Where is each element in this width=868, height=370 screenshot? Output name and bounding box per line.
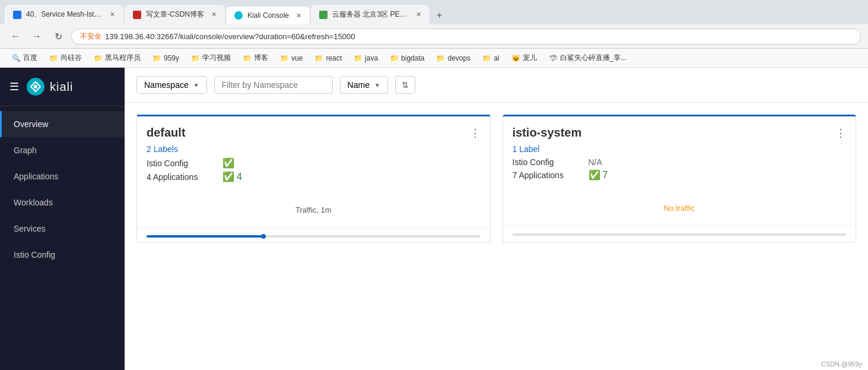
bookmark-folder-icon: 📁 — [191, 54, 200, 62]
forward-button[interactable]: → — [28, 28, 45, 45]
bookmark-folder-icon: 📁 — [152, 54, 161, 62]
tab-close-3[interactable]: ✕ — [296, 12, 301, 20]
reload-button[interactable]: ↻ — [50, 28, 66, 45]
bookmark-label: vue — [291, 54, 303, 62]
sidebar-item-graph[interactable]: Graph — [0, 137, 125, 163]
progress-bar-default — [147, 235, 481, 238]
sidebar-item-overview[interactable]: Overview — [0, 111, 125, 137]
tab-1[interactable]: 40、Service Mesh-Istio 安装 ✕ — [5, 5, 123, 24]
app-layout: ☰ kiali Overview Graph Applications — [0, 68, 868, 370]
bookmark-vue[interactable]: 📁 vue — [275, 52, 307, 64]
bookmark-shanggugu[interactable]: 📁 尚硅谷 — [44, 51, 87, 65]
sidebar-item-workloads[interactable]: Workloads — [0, 189, 125, 216]
bookmark-label: 959y — [164, 54, 179, 62]
no-traffic-text-istio-system: No traffic — [664, 204, 695, 213]
namespace-dropdown-label: Namespace — [144, 80, 189, 90]
browser-chrome: 40、Service Mesh-Istio 安装 ✕ 写文章-CSDN博客 ✕ … — [0, 0, 868, 68]
card-header-istio-system: istio-system ⋮ — [503, 116, 856, 144]
sort-dropdown[interactable]: Name ▼ — [340, 76, 388, 94]
istio-config-status-default: ✅ — [222, 157, 234, 169]
card-title-default: default — [147, 126, 186, 140]
tab-close-4[interactable]: ✕ — [416, 11, 421, 18]
bookmark-959y[interactable]: 📁 959y — [148, 52, 184, 64]
bookmark-bigdata[interactable]: 📁 bigdata — [385, 52, 429, 64]
sidebar-item-applications[interactable]: Applications — [0, 163, 125, 189]
bookmark-react[interactable]: 📁 react — [310, 52, 346, 64]
labels-link-default[interactable]: 2 Labels — [147, 144, 481, 154]
tab-3[interactable]: Kiali Console ✕ — [226, 7, 310, 24]
app-count-value-istio-system: 7 — [603, 170, 608, 181]
tab-label-1: 40、Service Mesh-Istio 安装 — [26, 10, 103, 20]
bookmark-heima[interactable]: 📁 黑马程序员 — [89, 51, 145, 65]
applications-label-default: 4 Applications — [147, 172, 218, 182]
bookmark-pet[interactable]: 😺 宠儿 — [507, 51, 542, 65]
sort-arrow-icon: ▼ — [374, 82, 380, 88]
sort-direction-button[interactable]: ⇅ — [395, 76, 415, 94]
tab-close-2[interactable]: ✕ — [211, 11, 217, 18]
new-tab-button[interactable]: + — [431, 7, 448, 24]
sidebar-item-istio-config[interactable]: Istio Config — [0, 242, 125, 268]
tab-4[interactable]: 云服务器 北京3区 PEK3 青云C... ✕ — [311, 5, 430, 24]
bookmark-baidu[interactable]: 🔍 百度 — [7, 51, 42, 65]
card-footer-default — [137, 227, 490, 242]
tab-favicon-1 — [13, 11, 21, 19]
sidebar-item-services[interactable]: Services — [0, 216, 125, 242]
progress-dot-default — [261, 234, 266, 239]
card-body-istio-system: 1 Label Istio Config N/A 7 Applications … — [503, 144, 856, 190]
sidebar-header: ☰ kiali — [0, 68, 125, 106]
bookmark-ai[interactable]: 📁 ai — [478, 52, 504, 64]
traffic-area-default: Traffic, 1m — [137, 192, 490, 227]
sidebar-label-istio-config: Istio Config — [14, 250, 55, 260]
hamburger-menu-button[interactable]: ☰ — [9, 80, 19, 93]
bookmark-blog[interactable]: 📁 博客 — [238, 51, 273, 65]
url-text: 139.198.36.40:32667/kiali/console/overvi… — [105, 32, 355, 41]
istio-config-row-default: Istio Config ✅ — [147, 157, 481, 169]
tab-close-1[interactable]: ✕ — [110, 11, 115, 18]
bookmark-emoji-icon: 🦈 — [549, 54, 558, 62]
bookmark-label: 学习视频 — [202, 53, 231, 63]
bookmark-stream[interactable]: 🦈 白鲨失心碎直播_享... — [544, 51, 632, 65]
bookmark-java[interactable]: 📁 java — [349, 52, 383, 64]
sort-dropdown-label: Name — [348, 80, 370, 90]
namespace-card-default: default ⋮ 2 Labels Istio Config ✅ 4 Appl… — [136, 115, 491, 243]
bookmark-folder-icon: 📁 — [243, 54, 252, 62]
sort-direction-icon: ⇅ — [402, 80, 409, 90]
bookmark-videos[interactable]: 📁 学习视频 — [186, 51, 236, 65]
bookmarks-bar: 🔍 百度 📁 尚硅谷 📁 黑马程序员 📁 959y 📁 学习视频 📁 博客 📁 … — [0, 49, 868, 68]
bookmark-folder-icon: 📁 — [436, 54, 445, 62]
istio-config-label-istio-system: Istio Config — [513, 157, 584, 167]
sidebar-label-overview: Overview — [14, 119, 48, 129]
browser-nav: ← → ↻ 不安全 139.198.36.40:32667/kiali/cons… — [0, 24, 868, 49]
security-icon: 不安全 — [80, 31, 101, 42]
card-body-default: 2 Labels Istio Config ✅ 4 Applications ✅… — [137, 144, 490, 192]
namespace-dropdown[interactable]: Namespace ▼ — [136, 76, 207, 94]
bookmark-label: java — [365, 54, 378, 62]
tab-favicon-4 — [319, 11, 328, 19]
traffic-area-istio-system: No traffic — [503, 190, 856, 226]
svg-point-1 — [34, 85, 37, 88]
sidebar-label-applications: Applications — [14, 172, 59, 181]
applications-count-default: ✅ 4 — [222, 171, 242, 182]
bookmark-folder-icon: 📁 — [49, 54, 58, 62]
sidebar: ☰ kiali Overview Graph Applications — [0, 68, 125, 370]
tab-favicon-2 — [133, 11, 141, 19]
bookmark-devops[interactable]: 📁 devops — [431, 52, 475, 64]
tab-label-2: 写文章-CSDN博客 — [146, 10, 204, 20]
card-menu-button-default[interactable]: ⋮ — [470, 127, 481, 140]
footer-text: CSDN @959y — [821, 360, 862, 368]
progress-fill-default — [147, 235, 263, 238]
namespace-filter-input[interactable] — [214, 76, 333, 94]
tab-2[interactable]: 写文章-CSDN博客 ✕ — [125, 5, 225, 24]
bookmark-folder-icon: 📁 — [314, 54, 323, 62]
bookmark-folder-icon: 📁 — [482, 54, 491, 62]
istio-config-label-default: Istio Config — [147, 159, 218, 168]
back-button[interactable]: ← — [7, 28, 24, 45]
bookmark-label: ai — [494, 54, 499, 62]
card-menu-button-istio-system[interactable]: ⋮ — [835, 127, 846, 140]
namespace-card-istio-system: istio-system ⋮ 1 Label Istio Config N/A … — [503, 115, 857, 243]
labels-link-istio-system[interactable]: 1 Label — [513, 144, 847, 154]
kiali-icon-svg — [26, 77, 45, 96]
bookmark-label: 白鲨失心碎直播_享... — [560, 53, 627, 63]
address-bar[interactable]: 不安全 139.198.36.40:32667/kiali/console/ov… — [71, 29, 861, 45]
tab-label-3: Kiali Console — [247, 11, 289, 20]
